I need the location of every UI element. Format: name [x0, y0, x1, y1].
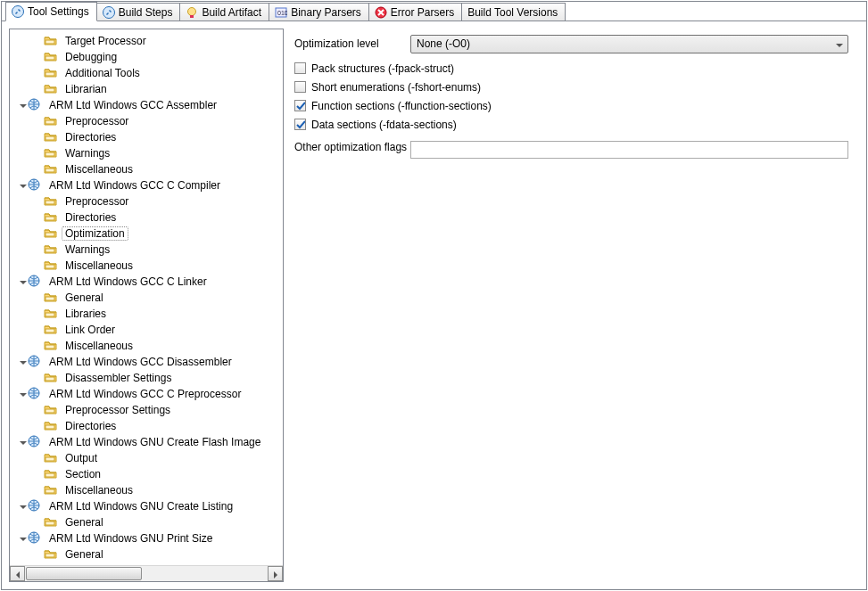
tree-item-output[interactable]: Output — [12, 450, 281, 466]
expand-toggle[interactable] — [15, 99, 28, 111]
expand-toggle[interactable] — [15, 388, 28, 400]
tree-item-arm-ltd-windows-gnu-create-flash-image[interactable]: ARM Ltd Windows GNU Create Flash Image — [12, 434, 281, 450]
folder-icon — [44, 50, 58, 64]
tab-tool-settings[interactable]: Tool Settings — [5, 2, 97, 21]
tree-item-arm-ltd-windows-gcc-c-linker[interactable]: ARM Ltd Windows GCC C Linker — [12, 274, 281, 290]
scroll-right-button[interactable] — [268, 566, 283, 581]
tab-label: Error Parsers — [391, 6, 454, 19]
tree-item-label: ARM Ltd Windows GCC Disassembler — [45, 355, 236, 369]
tool-group-icon — [28, 355, 42, 369]
tree-item-warnings[interactable]: Warnings — [12, 242, 281, 258]
tree-item-general[interactable]: General — [12, 514, 281, 530]
scroll-thumb[interactable] — [26, 567, 142, 580]
checkbox-label: Pack structures (-fpack-struct) — [311, 62, 454, 75]
tree-item-miscellaneous[interactable]: Miscellaneous — [12, 258, 281, 274]
optimization-level-combo[interactable]: None (-O0) — [410, 35, 848, 53]
checkbox-function-sections-ffunction-sections-[interactable] — [294, 100, 306, 111]
tree-item-preprocessor[interactable]: Preprocessor — [12, 113, 281, 129]
tab-bar: Tool SettingsBuild StepsBuild ArtifactBi… — [2, 2, 866, 21]
tree-item-target-processor[interactable]: Target Processor — [12, 33, 281, 49]
tree-item-label: Additional Tools — [62, 66, 144, 80]
tree-item-label: General — [62, 547, 107, 562]
tool-group-icon — [28, 178, 42, 193]
tree-item-miscellaneous[interactable]: Miscellaneous — [12, 338, 281, 354]
tree-item-label: Miscellaneous — [62, 339, 136, 353]
expand-toggle[interactable] — [15, 436, 28, 448]
tree-item-link-order[interactable]: Link Order — [12, 322, 281, 338]
checkbox-data-sections-fdata-sections-[interactable] — [294, 119, 306, 130]
tree-item-miscellaneous[interactable]: Miscellaneous — [12, 482, 281, 498]
check-icon — [295, 119, 305, 129]
folder-icon — [44, 82, 58, 96]
tree-item-label: ARM Ltd Windows GCC C Linker — [45, 275, 211, 289]
tree-item-general[interactable]: General — [12, 290, 281, 306]
folder-icon — [44, 114, 58, 128]
folder-icon — [44, 403, 58, 417]
check-icon — [295, 101, 305, 111]
folder-icon — [44, 339, 58, 353]
tab-build-artifact[interactable]: Build Artifact — [179, 3, 269, 21]
expand-toggle[interactable] — [15, 179, 28, 192]
tree-item-label: Miscellaneous — [62, 162, 136, 176]
folder-icon — [44, 34, 58, 48]
tree-item-directories[interactable]: Directories — [12, 209, 281, 226]
tree-item-label: ARM Ltd Windows GCC C Preprocessor — [45, 387, 244, 401]
tab-build-tool-versions[interactable]: Build Tool Versions — [461, 3, 566, 21]
tree-item-label: Preprocessor — [62, 194, 132, 209]
tree-item-label: Output — [62, 451, 101, 465]
folder-icon — [44, 451, 58, 465]
checkbox-short-enumerations-fshort-enums-[interactable] — [294, 81, 306, 93]
tab-label: Build Artifact — [202, 6, 261, 19]
tree-item-label: Disassembler Settings — [62, 371, 175, 385]
tree-item-label: Optimization — [62, 226, 128, 241]
tree-item-directories[interactable]: Directories — [12, 129, 281, 145]
tree-item-section[interactable]: Section — [12, 466, 281, 482]
tree-item-libraries[interactable]: Libraries — [12, 306, 281, 322]
checkbox-pack-structures-fpack-struct-[interactable] — [294, 62, 306, 74]
tree-item-directories[interactable]: Directories — [12, 418, 281, 434]
folder-icon — [44, 130, 58, 144]
optimization-level-label: Optimization level — [294, 37, 410, 50]
folder-icon — [44, 146, 58, 160]
tree-item-preprocessor[interactable]: Preprocessor — [12, 193, 281, 209]
tool-group-icon — [28, 531, 42, 546]
expand-toggle[interactable] — [15, 275, 28, 288]
folder-icon — [44, 467, 58, 481]
tree-item-arm-ltd-windows-gcc-disassembler[interactable]: ARM Ltd Windows GCC Disassembler — [12, 354, 281, 370]
tree-item-label: ARM Ltd Windows GNU Create Flash Image — [45, 435, 264, 449]
settings-tree[interactable]: Target ProcessorDebuggingAdditional Tool… — [10, 29, 283, 565]
tree-item-optimization[interactable]: Optimization — [12, 226, 281, 242]
other-flags-label: Other optimization flags — [294, 141, 410, 153]
tree-item-arm-ltd-windows-gcc-c-compiler[interactable]: ARM Ltd Windows GCC C Compiler — [12, 177, 281, 193]
tree-horizontal-scrollbar[interactable] — [10, 565, 283, 581]
tree-item-arm-ltd-windows-gnu-print-size[interactable]: ARM Ltd Windows GNU Print Size — [12, 530, 281, 546]
tab-error-parsers[interactable]: Error Parsers — [368, 3, 462, 21]
scroll-left-button[interactable] — [10, 566, 25, 581]
tree-item-disassembler-settings[interactable]: Disassembler Settings — [12, 370, 281, 386]
expand-toggle[interactable] — [15, 356, 28, 368]
other-flags-input[interactable] — [410, 141, 848, 159]
tree-item-general[interactable]: General — [12, 546, 281, 562]
tab-label: Build Tool Versions — [467, 6, 558, 19]
tree-item-label: Section — [62, 467, 104, 481]
tree-item-arm-ltd-windows-gcc-assembler[interactable]: ARM Ltd Windows GCC Assembler — [12, 97, 281, 113]
expand-toggle[interactable] — [15, 532, 28, 545]
tree-item-label: Libraries — [62, 307, 110, 321]
folder-icon — [44, 259, 58, 273]
tree-item-librarian[interactable]: Librarian — [12, 81, 281, 97]
tab-build-steps[interactable]: Build Steps — [96, 3, 181, 21]
tree-item-miscellaneous[interactable]: Miscellaneous — [12, 161, 281, 177]
tool-group-icon — [28, 387, 42, 401]
tree-item-label: ARM Ltd Windows GNU Create Listing — [45, 499, 236, 513]
tree-item-label: Miscellaneous — [62, 483, 136, 497]
folder-icon — [44, 419, 58, 433]
tree-item-additional-tools[interactable]: Additional Tools — [12, 65, 281, 81]
tree-item-debugging[interactable]: Debugging — [12, 49, 281, 65]
tree-item-arm-ltd-windows-gnu-create-listing[interactable]: ARM Ltd Windows GNU Create Listing — [12, 498, 281, 514]
expand-toggle[interactable] — [15, 500, 28, 513]
tree-item-arm-ltd-windows-gcc-c-preprocessor[interactable]: ARM Ltd Windows GCC C Preprocessor — [12, 386, 281, 402]
tree-item-warnings[interactable]: Warnings — [12, 145, 281, 161]
tab-binary-parsers[interactable]: Binary Parsers — [269, 3, 369, 21]
folder-icon — [44, 194, 58, 209]
tree-item-preprocessor-settings[interactable]: Preprocessor Settings — [12, 402, 281, 418]
